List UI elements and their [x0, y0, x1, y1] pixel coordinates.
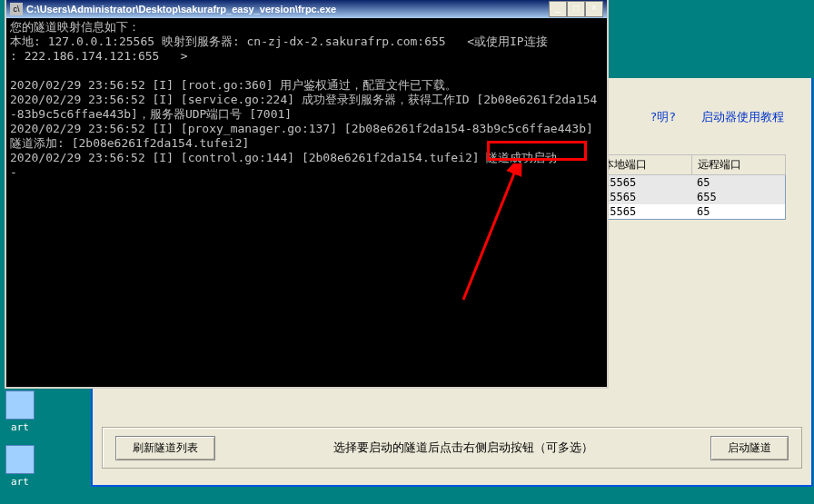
console-line: : 222.186.174.121:655 > — [10, 49, 188, 63]
cell-local: 25565 — [598, 175, 692, 191]
console-line: 2020/02/29 23:56:52 [I] [root.go:360] 用户… — [10, 78, 457, 92]
console-line: 您的隧道映射信息如下： — [10, 20, 140, 34]
console-line: 本地: 127.0.0.1:25565 映射到服务器: cn-zj-dx-2.s… — [10, 35, 548, 48]
table-row[interactable]: 25565 65 — [598, 175, 786, 191]
bottom-toolbar: 刷新隧道列表 选择要启动的隧道后点击右侧启动按钮（可多选） 启动隧道 — [102, 427, 802, 469]
minimize-button[interactable]: _ — [549, 1, 567, 17]
console-line: 2020/02/29 23:56:52 [I] [control.go:144]… — [10, 151, 557, 164]
help-links: ?明? 启动器使用教程 — [632, 109, 784, 125]
console-line: - — [10, 165, 17, 179]
tunnel-table[interactable]: 本地端口 远程端口 25565 65 25565 655 25565 65 — [597, 154, 786, 220]
cmd-icon: c\ — [10, 3, 23, 15]
table-row[interactable]: 25565 65 — [598, 204, 786, 220]
maximize-button[interactable]: □ — [567, 1, 585, 17]
console-output[interactable]: 您的隧道映射信息如下： 本地: 127.0.0.1:25565 映射到服务器: … — [6, 18, 607, 182]
console-line: 2020/02/29 23:56:52 [I] [service.go:224]… — [10, 93, 597, 121]
console-titlebar[interactable]: c\ C:\Users\Administrator\Desktop\sakura… — [6, 0, 607, 18]
instruction-text: 选择要启动的隧道后点击右侧启动按钮（可多选） — [233, 440, 692, 456]
file-icon — [5, 445, 35, 474]
start-tunnel-button[interactable]: 启动隧道 — [710, 436, 789, 460]
console-title: C:\Users\Administrator\Desktop\sakurafrp… — [26, 4, 549, 15]
cell-local: 25565 — [598, 190, 692, 204]
cell-remote: 655 — [691, 190, 786, 204]
table-row[interactable]: 25565 655 — [598, 190, 786, 204]
cell-remote: 65 — [691, 204, 786, 220]
col-remote-port[interactable]: 远程端口 — [691, 155, 786, 175]
refresh-tunnels-button[interactable]: 刷新隧道列表 — [115, 436, 215, 460]
tutorial-link[interactable]: 启动器使用教程 — [701, 110, 784, 124]
file-icon — [5, 390, 35, 420]
desktop-icon[interactable]: art — [2, 445, 38, 488]
console-line: 2020/02/29 23:56:52 [I] [proxy_manager.g… — [10, 122, 601, 150]
help-link[interactable]: ?明? — [650, 110, 677, 124]
col-local-port[interactable]: 本地端口 — [598, 155, 692, 175]
icon-label: art — [11, 476, 29, 488]
cell-local: 25565 — [598, 204, 692, 220]
icon-label: art — [11, 421, 29, 433]
close-button[interactable]: × — [585, 1, 603, 17]
console-window: c\ C:\Users\Administrator\Desktop\sakura… — [5, 0, 609, 389]
desktop-icon[interactable]: art — [2, 390, 38, 433]
cell-remote: 65 — [691, 175, 786, 191]
